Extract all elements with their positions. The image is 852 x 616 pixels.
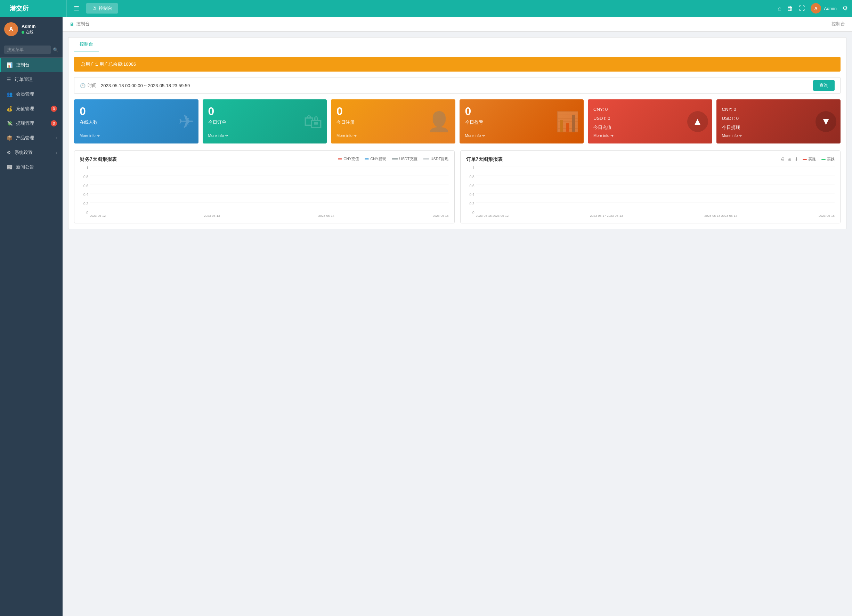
tab-dashboard[interactable]: 控制台 [74,38,99,51]
sidebar-item-products[interactable]: 📦 产品管理 ‹ [0,131,63,145]
order-chart-legend: 买涨 买跌 [803,157,835,162]
finance-chart-body: 2023-05-12 2023-05-13 2023-05-14 2023-05… [90,166,449,217]
finance-chart-legend: CNY充值 CNY提现 USDT充值 [338,156,449,161]
search-input[interactable] [4,45,51,54]
home-icon[interactable]: ⌂ [778,5,781,12]
finance-chart-header: 财务7天图形报表 CNY充值 CNY提现 [80,156,449,166]
delete-icon[interactable]: 🗑 [787,5,793,12]
legend-cny-withdraw [365,158,369,160]
sidebar-search-area: 🔍 [0,42,63,58]
legend-buy-down [822,159,826,160]
order-chart-svg [476,166,835,211]
print-icon[interactable]: 🖨 [780,156,784,162]
products-icon: 📦 [7,135,12,141]
main-content: 🖥 控制台 控制台 控制台 总用户:1 用户总余额:10086 🕐 时间 [63,17,852,616]
order-chart-body: 2023-05-16 2023-05-12 2023-05-17 2023-05… [476,166,835,217]
avatar: A [811,3,821,14]
sidebar: A Admin 在线 🔍 📊 控制台 ☰ 订单管理 [0,17,63,616]
query-button[interactable]: 查询 [813,80,835,91]
orders-bg-icon: 🛍 [304,110,323,133]
more-info-online[interactable]: More info ➔ [80,133,193,138]
deposit-arrow-icon: ▲ [687,111,708,132]
filter-row: 🕐 时间 2023-05-18 00:00:00 ~ 2023-05-18 23… [74,77,840,94]
order-chart-header: 订单7天图形报表 🖨 ⊞ ⬇ 买涨 [466,156,835,166]
finance-chart-wrapper: 1 0.8 0.6 0.4 0.2 0 [80,166,449,217]
filter-value: 2023-05-18 00:00:00 ~ 2023-05-18 23:59:5… [101,83,809,88]
deposit-icon: 💰 [7,106,12,111]
more-info-withdraw[interactable]: More info ➔ [722,133,835,138]
withdraw-arrow-icon: ▼ [816,111,836,132]
grid-icon[interactable]: ⊞ [787,156,792,162]
stat-card-register: 0 今日注册 More info ➔ 👤 [331,99,455,143]
chart-tools: 🖨 ⊞ ⬇ [780,156,798,162]
legend-buy-up [803,159,807,160]
finance-chart-panel: 财务7天图形报表 CNY充值 CNY提现 [74,151,455,223]
sidebar-item-withdraw[interactable]: 💸 提现管理 0 [0,116,63,131]
download-icon[interactable]: ⬇ [794,156,798,162]
order-x-axis: 2023-05-16 2023-05-12 2023-05-17 2023-05… [476,214,835,217]
dashboard-tab[interactable]: 🖥 控制台 [86,3,118,14]
status-online-dot [21,31,24,34]
nav-left: 港交所 ☰ 🖥 控制台 [4,0,118,17]
profit-bg-icon: 📊 [556,110,580,133]
sidebar-item-deposit[interactable]: 💰 充值管理 0 [0,101,63,116]
more-info-profit[interactable]: More info ➔ [465,133,579,138]
finance-chart-svg [90,166,449,211]
deposit-badge: 0 [51,105,57,112]
fullscreen-icon[interactable]: ⛶ [799,5,805,12]
system-arrow: ‹ [56,151,57,155]
logo: 港交所 [4,0,67,17]
order-chart-wrapper: 1 0.8 0.6 0.4 0.2 0 [466,166,835,217]
more-info-orders[interactable]: More info ➔ [208,133,322,138]
legend-usdt-deposit [392,158,398,160]
order-y-axis: 1 0.8 0.6 0.4 0.2 0 [466,166,474,215]
finance-x-axis: 2023-05-12 2023-05-13 2023-05-14 2023-05… [90,214,449,217]
more-info-register[interactable]: More info ➔ [337,133,450,138]
tab-bar: 控制台 [68,37,846,51]
user-menu[interactable]: A Admin [811,3,837,14]
online-bg-icon: ✈ [178,110,194,133]
finance-y-axis: 1 0.8 0.6 0.4 0.2 0 [80,166,88,215]
sidebar-item-members[interactable]: 👥 会员管理 [0,87,63,101]
filter-label: 🕐 时间 [80,82,97,89]
sidebar-item-orders[interactable]: ☰ 订单管理 [0,72,63,87]
stats-cards: 0 在线人数 More info ➔ ✈ 0 今日订单 More info ➔ [74,99,840,143]
withdraw-icon: 💸 [7,120,12,126]
stat-card-profit: 0 今日盈亏 More info ➔ 📊 [459,99,584,143]
system-icon: ⚙ [7,150,11,155]
stat-card-online: 0 在线人数 More info ➔ ✈ [74,99,198,143]
legend-usdt-withdraw [423,158,429,160]
legend-cny-deposit [338,158,342,160]
news-icon: 📰 [7,164,12,170]
order-chart-panel: 订单7天图形报表 🖨 ⊞ ⬇ 买涨 [460,151,841,223]
stat-card-deposit: CNY: 0 USDT: 0 今日充值 More info ➔ ▲ [588,99,712,143]
content-area: 控制台 总用户:1 用户总余额:10086 🕐 时间 2023-05-18 00… [63,32,852,616]
withdraw-badge: 0 [51,120,57,127]
products-arrow: ‹ [56,136,57,140]
sidebar-item-news[interactable]: 📰 新闻公告 [0,160,63,175]
content-panel: 总用户:1 用户总余额:10086 🕐 时间 2023-05-18 00:00:… [68,51,846,229]
settings-icon[interactable]: ⚙ [842,5,848,12]
breadcrumb: 🖥 控制台 [69,21,90,27]
nav-right: ⌂ 🗑 ⛶ A Admin ⚙ [778,3,848,14]
page-header: 🖥 控制台 控制台 [63,17,852,32]
sidebar-user: A Admin 在线 [0,17,63,42]
stat-card-orders: 0 今日订单 More info ➔ 🛍 [202,99,327,143]
sidebar-avatar: A [4,22,18,36]
sidebar-status: 在线 [21,30,35,35]
search-icon[interactable]: 🔍 [53,47,58,53]
sidebar-item-dashboard[interactable]: 📊 控制台 [0,58,63,72]
orders-icon: ☰ [7,77,11,82]
alert-banner: 总用户:1 用户总余额:10086 [74,57,840,72]
more-info-deposit[interactable]: More info ➔ [594,133,707,138]
clock-icon: 🕐 [80,83,86,88]
menu-toggle-icon[interactable]: ☰ [71,5,82,12]
stat-card-withdraw: CNY: 0 USDT: 0 今日提现 More info ➔ ▼ [716,99,841,143]
dashboard-icon: 📊 [7,62,12,68]
sidebar-item-system[interactable]: ⚙ 系统设置 ‹ [0,145,63,160]
breadcrumb-icon: 🖥 [69,21,74,27]
top-navbar: 港交所 ☰ 🖥 控制台 ⌂ 🗑 ⛶ A Admin ⚙ [0,0,852,17]
register-bg-icon: 👤 [427,110,451,133]
main-layout: A Admin 在线 🔍 📊 控制台 ☰ 订单管理 [0,17,852,616]
members-icon: 👥 [7,91,12,97]
